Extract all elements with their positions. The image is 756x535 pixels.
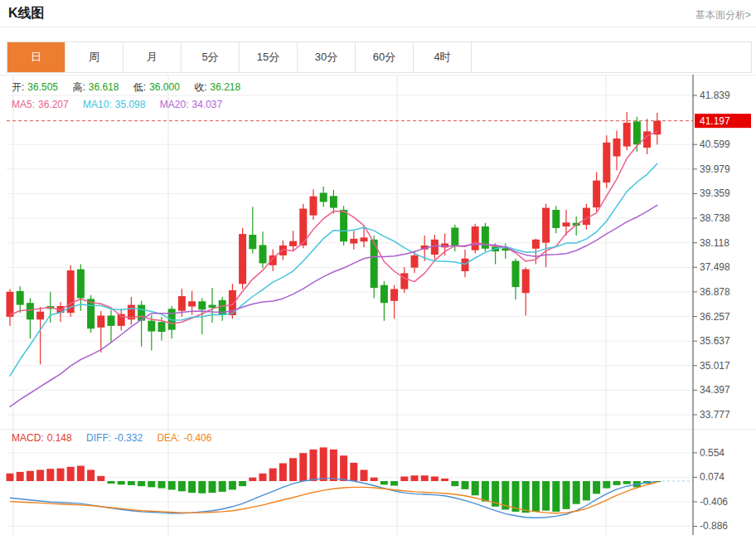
- ma5-label: MA5:: [12, 99, 35, 110]
- main-chart-canvas[interactable]: 41.83940.59939.97939.35938.73838.11837.4…: [0, 75, 756, 429]
- macd-bar-negative: [108, 481, 115, 484]
- candle-up: [178, 296, 186, 311]
- macd-bar-negative: [563, 481, 570, 509]
- macd-bar-negative: [532, 481, 540, 512]
- macd-bar-negative: [462, 481, 469, 489]
- candle-down: [27, 303, 34, 319]
- diff-label: DIFF:: [86, 432, 111, 444]
- candle-down: [380, 285, 388, 303]
- macd-value: 0.148: [47, 432, 72, 444]
- axis-tick-label: 0.554: [700, 447, 724, 459]
- tab-4hour[interactable]: 4时: [414, 42, 472, 72]
- low-label: 低:: [133, 81, 146, 93]
- ma20-value: 34.037: [191, 99, 222, 110]
- ma5-line: [10, 132, 657, 324]
- candle-up: [239, 234, 246, 284]
- candle-down: [330, 196, 337, 207]
- tab-15min[interactable]: 15分: [240, 42, 298, 72]
- ohlc-readout: 开:36.505 高:36.618 低:36.000 收:36.218: [12, 80, 252, 95]
- candle-down: [158, 322, 166, 332]
- candle-up: [462, 259, 469, 271]
- macd-histogram: [7, 447, 662, 513]
- candle-down: [209, 305, 216, 308]
- axis-tick-label: 37.498: [700, 261, 730, 273]
- macd-bar-negative: [451, 481, 458, 486]
- macd-bar-positive: [36, 469, 44, 481]
- macd-bar-positive: [330, 450, 337, 481]
- macd-bar-negative: [573, 481, 580, 504]
- macd-bar-negative: [380, 481, 388, 484]
- macd-bar-positive: [340, 455, 347, 481]
- candle-down: [87, 299, 94, 328]
- macd-bar-negative: [603, 481, 610, 489]
- macd-bar-positive: [77, 466, 85, 481]
- candle-down: [320, 192, 327, 202]
- macd-bar-negative: [522, 481, 530, 513]
- macd-bar-positive: [289, 458, 297, 481]
- candle-down: [77, 270, 85, 299]
- macd-bar-negative: [613, 481, 621, 485]
- axis-tick-label: 39.359: [700, 187, 730, 199]
- macd-bar-negative: [219, 481, 226, 492]
- candle-down: [259, 245, 267, 263]
- macd-bar-negative: [168, 481, 176, 489]
- axis-tick-label: 35.017: [700, 360, 730, 372]
- open-value: 36.505: [27, 81, 58, 93]
- axis-tick-label: 41.839: [700, 90, 730, 101]
- macd-bar-negative: [158, 481, 166, 489]
- candle-up: [400, 273, 408, 289]
- ma20-label: MA20:: [160, 99, 189, 110]
- fundamental-analysis-link[interactable]: 基本面分析>: [695, 8, 751, 22]
- candle-up: [361, 237, 368, 241]
- interval-tabbar: 日 周 月 5分 15分 30分 60分 4时: [7, 41, 752, 73]
- macd-bar-positive: [57, 469, 65, 481]
- candle-down: [198, 301, 206, 309]
- macd-bar-negative: [583, 481, 590, 500]
- tabbar-filler: [472, 42, 751, 72]
- open-label: 开:: [12, 81, 24, 93]
- diff-line: [10, 479, 657, 518]
- candle-down: [552, 210, 560, 228]
- macd-bar-negative: [623, 481, 631, 484]
- macd-bar-positive: [7, 474, 14, 481]
- macd-bar-positive: [299, 453, 307, 481]
- close-label: 收:: [194, 81, 206, 93]
- dea-label: DEA:: [157, 432, 180, 444]
- tab-week[interactable]: 周: [65, 42, 124, 72]
- candle-up: [593, 181, 600, 207]
- macd-readout: MACD:0.148 DIFF:-0.332 DEA:-0.406: [12, 432, 223, 444]
- tab-month[interactable]: 月: [124, 42, 182, 72]
- tab-60min[interactable]: 60分: [356, 42, 414, 72]
- macd-bar-positive: [17, 472, 24, 481]
- tab-5min[interactable]: 5分: [182, 42, 240, 72]
- tab-day[interactable]: 日: [7, 42, 65, 72]
- candle-up: [97, 315, 104, 327]
- candle-up: [431, 240, 439, 255]
- axis-tick-label: 36.878: [700, 286, 730, 298]
- candle-up: [563, 222, 570, 226]
- candle-down: [17, 291, 24, 305]
- axis-tick-label: 34.397: [700, 384, 730, 396]
- axis-tick-label: 35.637: [700, 335, 730, 347]
- candle-down: [108, 315, 115, 325]
- axis-tick-label: 0.074: [700, 471, 724, 483]
- macd-bar-positive: [97, 476, 104, 481]
- macd-bar-negative: [552, 481, 560, 512]
- macd-bar-positive: [361, 469, 368, 481]
- tab-30min[interactable]: 30分: [298, 42, 356, 72]
- macd-bar-positive: [249, 478, 256, 481]
- current-price-tag-value: 41.197: [700, 115, 730, 127]
- candle-up: [532, 240, 540, 249]
- candle-up: [411, 255, 419, 268]
- macd-chart-canvas[interactable]: 0.5540.074-0.406-0.886: [0, 429, 756, 535]
- axis-tick-label: -0.406: [700, 496, 728, 508]
- macd-bar-positive: [87, 469, 94, 481]
- page-title: K线图: [8, 5, 45, 22]
- macd-bar-negative: [118, 481, 125, 484]
- candle-up: [390, 289, 398, 300]
- macd-bar-negative: [209, 481, 216, 493]
- macd-bar-positive: [350, 463, 357, 481]
- candle-up: [279, 246, 287, 255]
- axis-tick-label: 33.777: [700, 409, 730, 421]
- macd-bar-positive: [441, 479, 448, 481]
